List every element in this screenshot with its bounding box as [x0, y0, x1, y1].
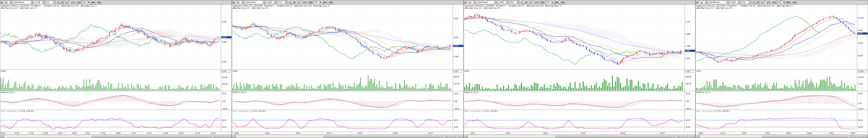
- nav-last-button[interactable]: »: [460, 135, 463, 138]
- chart-canvas[interactable]: 04/1610:0011:0012:0013:0014:0015:0017:30…: [0, 5, 231, 134]
- latest-button[interactable]: 最新: [785, 1, 791, 4]
- svg-text:出来高: 出来高: [232, 70, 237, 72]
- period-month-button[interactable]: 月: [64, 1, 68, 4]
- latest-button[interactable]: 最新: [322, 1, 328, 4]
- category-select[interactable]: 先物 ▼: [3, 1, 12, 4]
- period-day-button[interactable]: 日: [56, 1, 60, 4]
- svg-text:80.00: 80.00: [222, 120, 226, 121]
- contract-select[interactable]: 12/06 ▼: [266, 1, 277, 4]
- scrollbar-thumb[interactable]: [91, 135, 212, 137]
- period-day-button[interactable]: 日: [288, 1, 292, 4]
- contract-select[interactable]: 12/06 ▼: [34, 1, 45, 4]
- scroll-right-button[interactable]: ►: [677, 135, 680, 138]
- bar-count-input[interactable]: [314, 1, 319, 4]
- svg-text:-25.00: -25.00: [858, 108, 863, 110]
- nav-last-button[interactable]: »: [228, 135, 231, 138]
- session-night-button[interactable]: 夜間: [539, 1, 545, 4]
- symbol-select[interactable]: 日経225mini ▼: [245, 1, 266, 4]
- nav-next-button[interactable]: ›: [456, 135, 460, 138]
- session-day-button[interactable]: 日中: [70, 1, 75, 4]
- chart-canvas[interactable]: 10/2011/1412/0701/1002/0202/2803/2204/17…: [696, 5, 868, 134]
- symbol-select[interactable]: 日経225mini ▼: [476, 1, 497, 4]
- timeframe-select[interactable]: 15分 ▼: [277, 1, 288, 4]
- nav-last-button[interactable]: »: [864, 135, 868, 138]
- period-month-button[interactable]: 月: [296, 1, 300, 4]
- period-week-button[interactable]: 週: [60, 1, 64, 4]
- period-day-button[interactable]: 日: [752, 1, 755, 4]
- category-select[interactable]: 先物 ▼: [467, 1, 476, 4]
- svg-text:04/09: 04/09: [234, 133, 239, 134]
- nav-prev-button[interactable]: ‹: [220, 135, 224, 138]
- scrollbar-thumb[interactable]: [323, 135, 444, 137]
- svg-text:04/17: 04/17: [851, 133, 855, 134]
- svg-text:9,600: 9,600: [686, 33, 690, 35]
- scroll-left-button[interactable]: ◄: [464, 135, 468, 138]
- period-day-button[interactable]: 日: [520, 1, 524, 4]
- contract-select[interactable]: 12/06 ▼: [498, 1, 509, 4]
- period-week-button[interactable]: 週: [756, 1, 760, 4]
- symbol-select[interactable]: 日経225mini ▼: [13, 1, 34, 4]
- session-night-button[interactable]: 夜間: [308, 1, 313, 4]
- svg-text:20.00: 20.00: [858, 126, 863, 128]
- nav-last-button[interactable]: »: [691, 135, 695, 138]
- nav-first-button[interactable]: «: [217, 135, 220, 138]
- scrollbar-track[interactable]: [4, 135, 213, 138]
- full-period-button[interactable]: 通期: [328, 1, 333, 4]
- nav-next-button[interactable]: ›: [860, 135, 864, 138]
- timeframe-select[interactable]: 日足 ▼: [741, 1, 751, 4]
- contract-dropdown-icon: ▼: [274, 1, 277, 4]
- bar-count-input[interactable]: [82, 1, 87, 4]
- chart-canvas[interactable]: 04/0904/1004/1104/1204/1304/1604/179,600…: [232, 5, 463, 134]
- full-period-button[interactable]: 通期: [560, 1, 565, 4]
- svg-text:-40.00: -40.00: [686, 108, 691, 110]
- scroll-left-button[interactable]: ◄: [0, 135, 4, 138]
- app-icon: ▦: [1, 1, 3, 4]
- session-day-button[interactable]: 日中: [302, 1, 307, 4]
- chart-canvas[interactable]: 04/1004/1104/1204/1304/1604/179,7009,600…: [464, 5, 695, 134]
- scroll-left-button[interactable]: ◄: [696, 135, 700, 138]
- session-day-button[interactable]: 日中: [766, 1, 771, 4]
- svg-text:×100: ×100: [222, 71, 226, 72]
- scrollbar-track[interactable]: [236, 135, 444, 138]
- contract-dropdown-icon: ▼: [42, 1, 45, 4]
- svg-text:9,500: 9,500: [454, 37, 458, 38]
- session-day-button[interactable]: 日中: [534, 1, 539, 4]
- nav-first-button[interactable]: «: [448, 135, 452, 138]
- contract-select[interactable]: 12/06 ▼: [730, 1, 741, 4]
- nav-next-button[interactable]: ›: [688, 135, 691, 138]
- category-select[interactable]: 先物 ▼: [699, 1, 708, 4]
- period-month-button[interactable]: 月: [760, 1, 764, 4]
- scrollbar-thumb[interactable]: [762, 135, 848, 137]
- horizontal-scrollbar: ◄ ► « ‹ › »: [0, 134, 231, 138]
- scroll-right-button[interactable]: ►: [849, 135, 852, 138]
- timeframe-select[interactable]: 60分 ▼: [509, 1, 520, 4]
- nav-first-button[interactable]: «: [853, 135, 856, 138]
- scrollbar-track[interactable]: [700, 135, 849, 138]
- latest-button[interactable]: 最新: [554, 1, 559, 4]
- scroll-left-button[interactable]: ◄: [232, 135, 236, 138]
- period-week-button[interactable]: 週: [292, 1, 296, 4]
- latest-button[interactable]: 最新: [90, 1, 96, 4]
- bar-count-input[interactable]: [777, 1, 783, 4]
- nav-next-button[interactable]: ›: [224, 135, 228, 138]
- scrollbar-track[interactable]: [468, 135, 676, 138]
- full-period-button[interactable]: 通期: [792, 1, 797, 4]
- svg-text:9,400: 9,400: [222, 61, 226, 63]
- scroll-right-button[interactable]: ►: [445, 135, 448, 138]
- session-night-button[interactable]: 夜間: [76, 1, 82, 4]
- scrollbar-thumb[interactable]: [555, 135, 676, 137]
- nav-prev-button[interactable]: ‹: [684, 135, 688, 138]
- symbol-select[interactable]: 日経225mini ▼: [708, 1, 729, 4]
- scroll-right-button[interactable]: ►: [213, 135, 216, 138]
- session-night-button[interactable]: 夜間: [772, 1, 777, 4]
- nav-prev-button[interactable]: ‹: [452, 135, 456, 138]
- category-select[interactable]: 先物 ▼: [235, 1, 244, 4]
- timeframe-select[interactable]: 5分 ▼: [45, 1, 56, 4]
- nav-first-button[interactable]: «: [680, 135, 684, 138]
- full-period-button[interactable]: 通期: [96, 1, 101, 4]
- period-month-button[interactable]: 月: [528, 1, 532, 4]
- svg-text:22:50: 22:50: [163, 133, 168, 134]
- bar-count-input[interactable]: [546, 1, 551, 4]
- nav-prev-button[interactable]: ‹: [857, 135, 860, 138]
- period-week-button[interactable]: 週: [524, 1, 528, 4]
